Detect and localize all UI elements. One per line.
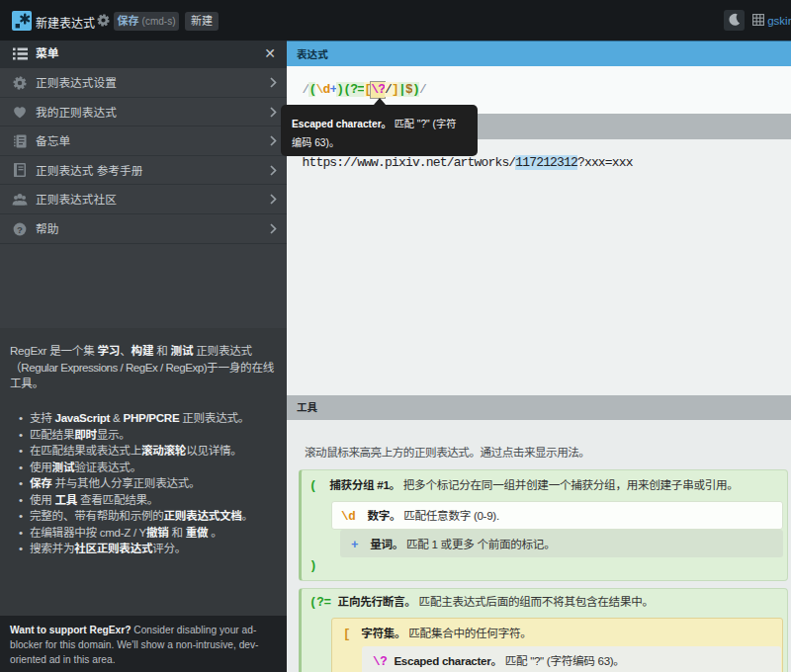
- svg-text:?: ?: [17, 223, 23, 234]
